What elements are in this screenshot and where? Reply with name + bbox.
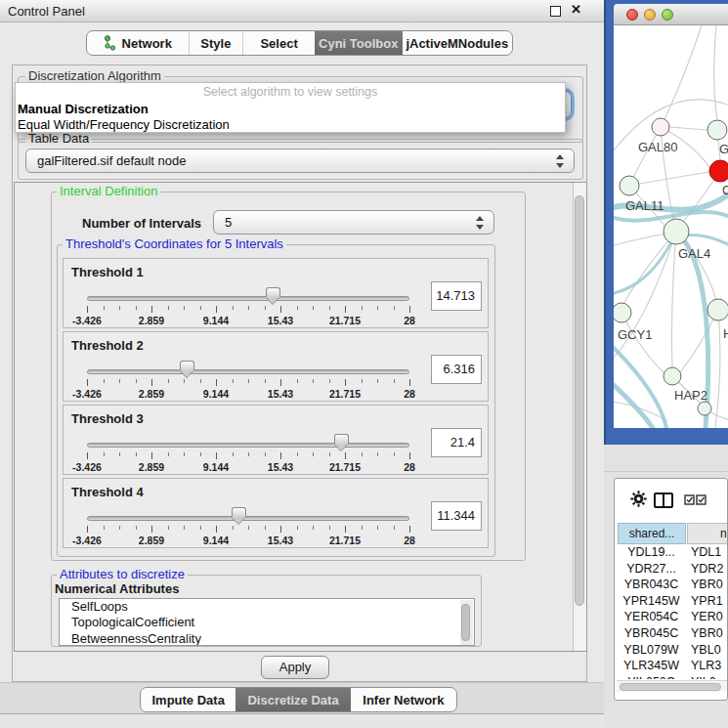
vertical-scrollbar-thumb[interactable] — [575, 195, 584, 606]
cell-name: YER0 — [691, 610, 723, 623]
numerical-attributes-label: Numerical Attributes — [55, 581, 179, 596]
tick-mark — [87, 526, 88, 533]
table-row[interactable]: YBR045CYBR0 — [617, 626, 728, 643]
spinner-stepper-icon[interactable] — [476, 215, 485, 231]
network-node-gal80[interactable] — [652, 118, 669, 136]
number-of-intervals-spinner[interactable]: 5 — [213, 210, 494, 235]
table-row[interactable]: YPR145WYPR1 — [617, 594, 728, 611]
tick-mark — [104, 379, 105, 383]
numerical-attributes-list[interactable]: SelfLoopsTopologicalCoefficientBetweenne… — [59, 598, 475, 646]
threshold-slider-thumb[interactable] — [180, 361, 194, 370]
tick-label: -3.426 — [72, 535, 102, 546]
network-node-c[interactable] — [709, 160, 728, 182]
tick-mark — [200, 526, 201, 530]
tab-cyni-toolbox[interactable]: Cyni Toolbox — [315, 31, 403, 55]
attribute-list-item[interactable]: BetweennessCentrality — [60, 631, 474, 646]
threshold-slider-track[interactable] — [87, 296, 409, 301]
mac-close-icon[interactable] — [626, 9, 638, 21]
network-edge — [623, 232, 676, 304]
threshold-3-box: Threshold 3-3.4262.8599.14415.4321.71528… — [63, 405, 489, 475]
threshold-value-field[interactable]: 21.4 — [431, 428, 482, 457]
combo-stepper-icon[interactable] — [556, 153, 565, 169]
network-node-ga[interactable] — [707, 120, 727, 140]
tab-discretize-data[interactable]: Discretize Data — [236, 688, 350, 711]
threshold-slider-track[interactable] — [87, 516, 409, 521]
table-row[interactable]: YDL19...YDL1 — [617, 545, 728, 562]
network-node-hap2[interactable] — [664, 367, 681, 385]
network-edge — [629, 172, 709, 186]
network-view-window[interactable]: GAL80GACGAL11GAL4GCY1HAHAP2 — [604, 0, 728, 445]
gear-icon[interactable] — [630, 491, 647, 510]
dropdown-option-manual-discretization[interactable]: Manual Discretization — [18, 102, 149, 116]
table-row[interactable]: YBR043CYBR0 — [617, 578, 728, 594]
close-icon[interactable]: ✕ — [571, 2, 581, 17]
table-row[interactable]: YIL052CYIL0 — [617, 675, 728, 679]
tick-mark — [151, 379, 152, 386]
network-node-gal11[interactable] — [620, 176, 639, 195]
threshold-slider-list: Threshold 1-3.4262.8599.14415.4321.71528… — [63, 258, 489, 550]
column-header-shared-name[interactable]: shared... — [618, 523, 686, 544]
threshold-slider-thumb[interactable] — [334, 434, 349, 444]
table-data-combobox-value: galFiltered.sif default node — [37, 153, 186, 168]
tab-label: Network — [122, 36, 172, 51]
threshold-slider-thumb[interactable] — [266, 287, 280, 297]
control-panel-tabs: NetworkStyleSelectCyni ToolboxjActiveMNo… — [86, 30, 513, 56]
tick-label: 15.43 — [268, 315, 293, 326]
attribute-list-item[interactable]: TopologicalCoefficient — [60, 615, 474, 630]
tick-label: 9.144 — [203, 315, 229, 326]
attribute-list-item[interactable]: SelfLoops — [60, 599, 474, 615]
network-window-titlebar[interactable] — [614, 4, 728, 25]
tick-mark — [280, 526, 281, 533]
checkbox-filter-icons[interactable] — [684, 494, 707, 505]
attributes-scrollbar-thumb[interactable] — [461, 604, 470, 641]
tab-select[interactable]: Select — [242, 31, 315, 55]
tab-network[interactable]: Network — [87, 31, 189, 55]
table-row[interactable]: YLR345WYLR3 — [617, 659, 728, 675]
tick-mark — [394, 379, 395, 383]
horizontal-scrollbar-thumb[interactable] — [620, 683, 721, 691]
cell-shared-name: YER054C — [617, 610, 686, 623]
network-node-gal4[interactable] — [664, 219, 689, 244]
mac-zoom-icon[interactable] — [662, 9, 673, 21]
tick-mark — [136, 526, 137, 530]
tick-mark — [151, 306, 152, 313]
threshold-value-field[interactable]: 14.713 — [431, 281, 482, 311]
columns-icon[interactable] — [654, 492, 673, 508]
table-row[interactable]: YBL079WYBL0 — [617, 643, 728, 660]
attributes-scrollbar-track[interactable] — [460, 600, 473, 645]
tick-mark — [345, 306, 346, 313]
network-node-unlabeled[interactable] — [698, 402, 711, 415]
tab-infer-network[interactable]: Infer Network — [351, 688, 456, 711]
application-window: Control Panel ✕ NetworkStyleSelectCyni T… — [0, 0, 728, 728]
tick-label: 9.144 — [203, 461, 229, 473]
tab-jactivemnodules[interactable]: jActiveMNodules — [403, 31, 512, 55]
network-node-label: GCY1 — [618, 327, 652, 342]
float-window-icon[interactable] — [550, 6, 561, 17]
tick-mark — [184, 379, 185, 383]
tab-impute-data[interactable]: Impute Data — [141, 688, 236, 711]
column-header-name[interactable]: n — [687, 523, 728, 544]
cell-shared-name: YDR27... — [617, 562, 686, 576]
apply-button[interactable]: Apply — [261, 656, 329, 679]
threshold-value-field[interactable]: 11.344 — [431, 501, 482, 531]
table-data-combobox[interactable]: galFiltered.sif default node — [25, 149, 575, 173]
threshold-slider-track[interactable] — [87, 443, 409, 448]
mac-minimize-icon[interactable] — [644, 9, 656, 21]
threshold-value-field[interactable]: 6.316 — [431, 355, 482, 384]
threshold-slider-track[interactable] — [87, 369, 409, 374]
table-row[interactable]: YER054CYER0 — [617, 610, 728, 626]
threshold-slider-thumb[interactable] — [232, 507, 246, 517]
table-row[interactable]: YDR27...YDR2 — [617, 562, 728, 578]
horizontal-scrollbar-track[interactable] — [617, 680, 728, 692]
dropdown-option-equal-width-frequency[interactable]: Equal Width/Frequency Discretization — [18, 117, 230, 132]
tick-mark — [216, 452, 217, 459]
tab-label: Cyni Toolbox — [319, 36, 398, 51]
network-node-gcy1[interactable] — [614, 303, 631, 322]
tick-mark — [409, 526, 410, 533]
threshold-label: Threshold 3 — [71, 411, 144, 426]
network-canvas[interactable]: GAL80GACGAL11GAL4GCY1HAHAP2 — [614, 25, 728, 428]
tick-mark — [136, 306, 137, 310]
network-node-ha[interactable] — [707, 299, 728, 321]
tab-style[interactable]: Style — [189, 31, 243, 55]
cyni-mode-tabs: Impute DataDiscretize DataInfer Network — [140, 687, 457, 712]
